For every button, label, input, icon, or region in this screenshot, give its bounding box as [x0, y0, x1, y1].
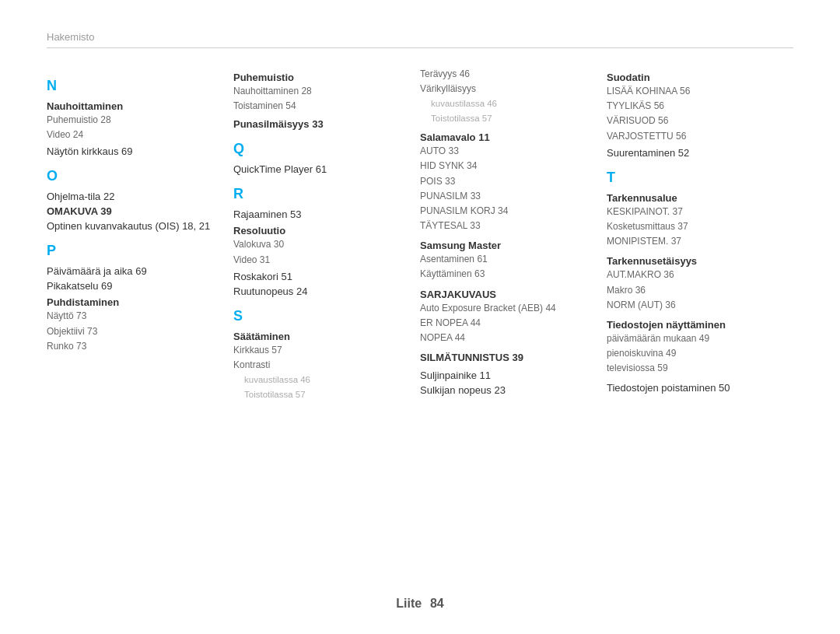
page: Hakemisto NNauhoittaminenPuhemuistio 28V… — [0, 0, 840, 634]
index-entry: päivämäärän mukaan 49 — [607, 331, 778, 346]
footer-page: 84 — [430, 597, 444, 610]
index-entry: Punasilmäisyys 33 — [233, 118, 404, 130]
index-entry: Puhemuistio — [233, 72, 404, 83]
index-entry: NOPEA 44 — [420, 331, 591, 345]
index-entry: Sulkijan nopeus 23 — [420, 384, 591, 396]
index-entry: Toistaminen 54 — [233, 99, 404, 114]
index-entry: Puhemuistio 28 — [47, 113, 218, 128]
index-entry: Kontrasti — [233, 358, 404, 373]
index-entry: SILMÄTUNNISTUS 39 — [420, 352, 591, 363]
index-entry: MONIPISTEM. 37 — [607, 234, 778, 249]
index-entry: kuvaustilassa 46 — [244, 373, 404, 387]
index-entry: Kirkkaus 57 — [233, 343, 404, 358]
index-entry: televisiossa 59 — [607, 361, 778, 376]
index-entry: LISÄÄ KOHINAA 56 — [607, 84, 778, 99]
index-entry: Auto Exposure Bracket (AEB) 44 — [420, 301, 591, 316]
index-entry: Tiedostojen poistaminen 50 — [607, 382, 778, 394]
index-entry: Asentaminen 61 — [420, 252, 591, 267]
index-entry: Näytön kirkkaus 69 — [47, 145, 218, 157]
column-4: SuodatinLISÄÄ KOHINAA 56TYYLIKÄS 56VÄRIS… — [607, 67, 793, 589]
index-entry: TÄYTESAL 33 — [420, 219, 591, 233]
index-entry: Näyttö 73 — [47, 309, 218, 324]
index-entry: Makro 36 — [607, 283, 778, 298]
section-letter-R: R — [233, 186, 404, 202]
index-entry: VARJOSTETTU 56 — [607, 129, 778, 144]
index-entry: KESKIPAINOT. 37 — [607, 205, 778, 219]
index-entry: Tiedostojen näyttäminen — [607, 319, 778, 331]
index-entry: kuvaustilassa 46 — [431, 96, 591, 110]
index-entry: Käyttäminen 63 — [420, 267, 591, 282]
header-title: Hakemisto — [47, 31, 94, 43]
index-entry: Runko 73 — [47, 339, 218, 354]
index-entry: Ruutunopeus 24 — [233, 285, 404, 297]
index-entry: Samsung Master — [420, 240, 591, 251]
index-entry: Toistotilassa 57 — [431, 111, 591, 125]
index-entry: Suodatin — [607, 72, 778, 83]
index-entry: Toistotilassa 57 — [244, 387, 404, 401]
index-entry: Puhdistaminen — [47, 296, 218, 308]
index-entry: OMAKUVA 39 — [47, 205, 218, 217]
section-letter-O: O — [47, 168, 218, 184]
index-entry: Resoluutio — [233, 225, 404, 236]
index-entry: Rajaaminen 53 — [233, 208, 404, 220]
section-letter-S: S — [233, 308, 404, 324]
index-entry: ER NOPEA 44 — [420, 316, 591, 331]
index-entry: POIS 33 — [420, 174, 591, 189]
index-entry: Suljinpainike 11 — [420, 370, 591, 381]
index-entry: Ohjelma-tila 22 — [47, 191, 218, 202]
index-entry: Tarkennusalue — [607, 192, 778, 204]
index-entry: HID SYNK 34 — [420, 159, 591, 173]
index-entry: Kosketusmittaus 37 — [607, 219, 778, 234]
index-entry: Video 31 — [233, 253, 404, 268]
index-entry: Pikakatselu 69 — [47, 280, 218, 292]
index-entry: Roskakori 51 — [233, 271, 404, 282]
index-entry: Salamavalo 11 — [420, 131, 591, 143]
footer-label: Liite — [396, 597, 422, 610]
index-entry: Nauhoittaminen — [47, 100, 218, 112]
section-letter-T: T — [607, 170, 778, 186]
footer: Liite 84 — [47, 597, 793, 611]
index-entry: Suurentaminen 52 — [607, 147, 778, 159]
column-2: PuhemuistioNauhoittaminen 28Toistaminen … — [233, 67, 420, 589]
index-entry: Valokuva 30 — [233, 237, 404, 252]
index-entry: Säätäminen — [233, 331, 404, 342]
column-3: Terävyys 46Värikylläisyyskuvaustilassa 4… — [420, 67, 607, 589]
section-letter-P: P — [47, 243, 218, 259]
index-columns: NNauhoittaminenPuhemuistio 28Video 24Näy… — [47, 67, 793, 589]
index-entry: pienoiskuvina 49 — [607, 346, 778, 361]
section-letter-Q: Q — [233, 141, 404, 157]
index-entry: PUNASILM KORJ 34 — [420, 204, 591, 219]
index-entry: Video 24 — [47, 128, 218, 142]
index-entry: VÄRISUOD 56 — [607, 114, 778, 128]
index-entry: Objektiivi 73 — [47, 324, 218, 339]
index-entry: AUTO 33 — [420, 144, 591, 159]
index-entry: Optinen kuvanvakautus (OIS) 18, 21 — [47, 220, 218, 232]
section-letter-N: N — [47, 78, 218, 94]
index-entry: Päivämäärä ja aika 69 — [47, 265, 218, 277]
index-entry: NORM (AUT) 36 — [607, 298, 778, 313]
index-entry: Terävyys 46 — [420, 67, 591, 82]
index-entry: Värikylläisyys — [420, 82, 591, 96]
index-entry: AUT.MAKRO 36 — [607, 268, 778, 282]
index-entry: QuickTime Player 61 — [233, 163, 404, 175]
page-header: Hakemisto — [47, 31, 793, 48]
index-entry: TYYLIKÄS 56 — [607, 99, 778, 114]
index-entry: SARJAKUVAUS — [420, 289, 591, 300]
index-entry: Nauhoittaminen 28 — [233, 84, 404, 99]
index-entry: PUNASILM 33 — [420, 189, 591, 204]
index-entry: Tarkennusetäisyys — [607, 255, 778, 267]
column-1: NNauhoittaminenPuhemuistio 28Video 24Näy… — [47, 67, 233, 589]
